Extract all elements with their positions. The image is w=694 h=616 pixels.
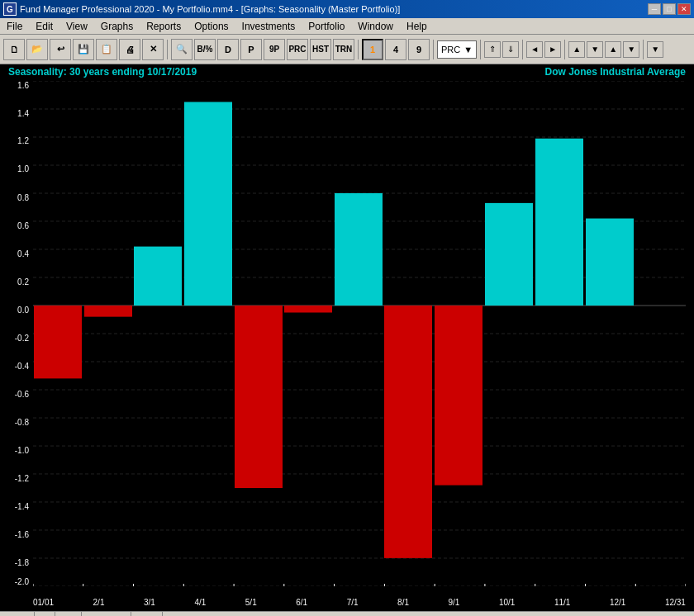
- y-label--1.2: -1.2: [15, 474, 29, 483]
- nav-left[interactable]: ◄: [526, 41, 543, 58]
- bar-oct: [485, 203, 533, 306]
- bar-jun: [284, 306, 332, 313]
- nav-down-down[interactable]: ⇓: [502, 41, 519, 58]
- prc-dropdown-arrow: ▼: [463, 45, 473, 54]
- tb-num9[interactable]: 9: [408, 39, 430, 60]
- status-currency: $ [$]: [3, 612, 35, 616]
- status-time: 1:25: [131, 612, 163, 616]
- x-label-02: 2/1: [93, 598, 105, 607]
- status-bar: $ [$] H SA 10/17/19 1:25: [0, 611, 694, 616]
- chart-subtitle: Seasonality: 30 years ending 10/17/2019: [8, 66, 197, 78]
- tb-back[interactable]: ↩: [50, 39, 71, 60]
- y-label-0.0: 0.0: [17, 306, 29, 315]
- sep5: [522, 40, 523, 59]
- y-label-0.4: 0.4: [17, 249, 29, 258]
- x-label-07: 7/1: [347, 598, 359, 607]
- tb-save[interactable]: 💾: [73, 39, 94, 60]
- x-label-08: 8/1: [397, 598, 409, 607]
- status-type: SA: [55, 612, 82, 616]
- nav-up2[interactable]: ▲: [605, 41, 621, 58]
- nav-up[interactable]: ▲: [568, 41, 585, 58]
- tb-9p[interactable]: 9P: [264, 39, 285, 60]
- y-label--0.4: -0.4: [15, 362, 29, 371]
- chart-title: Dow Jones Industrial Average: [545, 66, 687, 78]
- menu-reports[interactable]: Reports: [140, 18, 188, 34]
- window-title: Fund Manager Professional 2020 - My Port…: [20, 4, 400, 14]
- menu-graphs[interactable]: Graphs: [94, 18, 140, 34]
- tb-d[interactable]: D: [217, 39, 239, 60]
- x-label-09: 9/1: [449, 598, 460, 607]
- prc-dropdown-label: PRC: [441, 45, 460, 54]
- sep3: [433, 40, 434, 59]
- window-controls: ─ □ ✕: [648, 3, 691, 15]
- chart-svg: [33, 81, 686, 586]
- y-label-1.0: 1.0: [17, 164, 29, 173]
- x-label-01: 01/01: [33, 598, 54, 607]
- close-button[interactable]: ✕: [677, 3, 691, 15]
- tb-chart-bar[interactable]: B/%: [194, 39, 216, 60]
- y-label-0.8: 0.8: [17, 193, 29, 202]
- y-label--1.8: -1.8: [15, 558, 29, 567]
- chart-header: Seasonality: 30 years ending 10/17/2019 …: [8, 66, 686, 78]
- bar-apr: [184, 102, 232, 306]
- app-icon: G: [3, 2, 17, 16]
- title-bar: G Fund Manager Professional 2020 - My Po…: [0, 0, 694, 18]
- maximize-button[interactable]: □: [663, 3, 676, 15]
- tb-trn[interactable]: TRN: [333, 39, 354, 60]
- sep7: [643, 40, 644, 59]
- tb-hst[interactable]: HST: [310, 39, 331, 60]
- bar-aug: [384, 306, 432, 558]
- y-label-1.4: 1.4: [17, 109, 29, 118]
- tb-num1[interactable]: 1: [362, 39, 383, 60]
- y-label--0.6: -0.6: [15, 390, 29, 399]
- sep6: [564, 40, 565, 59]
- tb-copy[interactable]: 📋: [96, 39, 117, 60]
- bar-jan: [34, 306, 82, 378]
- tb-print[interactable]: 🖨: [119, 39, 140, 60]
- x-label-1231: 12/31: [665, 598, 686, 607]
- y-label--2.0: -2.0: [15, 577, 29, 586]
- nav-down3[interactable]: ▼: [647, 41, 663, 58]
- x-label-12: 12/1: [610, 598, 625, 607]
- tb-zoom[interactable]: 🔍: [171, 39, 193, 60]
- bar-jul: [335, 193, 383, 306]
- nav-down2[interactable]: ▼: [623, 41, 639, 58]
- bar-sep: [435, 306, 482, 486]
- nav-down[interactable]: ▼: [587, 41, 603, 58]
- nav-up-up[interactable]: ⇑: [484, 41, 501, 58]
- x-label-06: 6/1: [296, 598, 307, 607]
- menu-portfolio[interactable]: Portfolio: [302, 18, 351, 34]
- y-label--0.8: -0.8: [15, 418, 29, 427]
- nav-right[interactable]: ►: [544, 41, 561, 58]
- y-label--1.6: -1.6: [15, 530, 29, 539]
- sep1: [167, 40, 168, 59]
- y-label--1.4: -1.4: [15, 502, 29, 511]
- menu-window[interactable]: Window: [351, 18, 400, 34]
- tb-delete[interactable]: ✕: [142, 39, 164, 60]
- menu-file[interactable]: File: [0, 18, 29, 34]
- x-label-11: 11/1: [554, 598, 570, 607]
- tb-num4[interactable]: 4: [385, 39, 406, 60]
- x-label-04: 4/1: [194, 598, 206, 607]
- y-label-1.6: 1.6: [17, 81, 29, 90]
- title-text: G Fund Manager Professional 2020 - My Po…: [3, 2, 400, 16]
- sep4: [480, 40, 481, 59]
- chart-container: Seasonality: 30 years ending 10/17/2019 …: [0, 64, 694, 611]
- menu-view[interactable]: View: [59, 18, 94, 34]
- tb-open[interactable]: 📂: [26, 39, 48, 60]
- tb-p[interactable]: P: [240, 39, 262, 60]
- x-label-10: 10/1: [499, 598, 515, 607]
- x-label-05: 5/1: [245, 598, 257, 607]
- menu-investments[interactable]: Investments: [235, 18, 302, 34]
- prc-dropdown[interactable]: PRC ▼: [437, 40, 477, 59]
- chart-area: [33, 81, 686, 586]
- tb-new[interactable]: 🗋: [3, 39, 25, 60]
- minimize-button[interactable]: ─: [648, 3, 661, 15]
- bar-feb: [84, 306, 132, 317]
- bar-nov: [535, 139, 583, 306]
- menu-help[interactable]: Help: [400, 18, 434, 34]
- y-label-0.6: 0.6: [17, 221, 29, 230]
- menu-edit[interactable]: Edit: [29, 18, 59, 34]
- menu-options[interactable]: Options: [188, 18, 235, 34]
- tb-prc-label[interactable]: PRC: [287, 39, 308, 60]
